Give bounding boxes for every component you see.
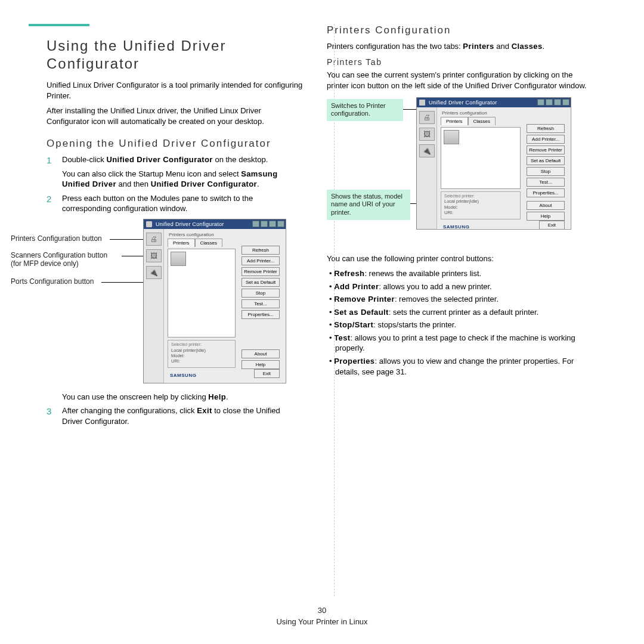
printer-icon[interactable] bbox=[444, 130, 459, 144]
tab-classes[interactable]: Classes bbox=[195, 239, 222, 247]
app-window-right: Unified Driver Configurator 🖨 🖼 🔌 Printe… bbox=[416, 97, 571, 230]
step-number-3: 3 bbox=[47, 405, 55, 426]
tab-printers[interactable]: Printers bbox=[168, 239, 195, 247]
section-title: Using the Unified Driver Configurator bbox=[47, 37, 303, 73]
test-button[interactable]: Test... bbox=[527, 178, 565, 187]
printers-tab-heading: Printers Tab bbox=[327, 57, 595, 67]
set-default-button[interactable]: Set as Default bbox=[242, 278, 280, 287]
selected-printer-panel: Selected printer: Local printer(idle) Mo… bbox=[168, 340, 236, 368]
about-button[interactable]: About bbox=[527, 201, 565, 210]
app-window-left: Unified Driver Configurator 🖨 🖼 🔌 Printe… bbox=[143, 219, 286, 383]
printers-tab-intro: You can see the current system's printer… bbox=[327, 70, 595, 91]
page-footer: 30 Using Your Printer in Linux bbox=[0, 606, 644, 626]
selected-printer-panel: Selected printer: Local printer(idle) Mo… bbox=[441, 191, 521, 219]
ports-module-icon[interactable]: 🔌 bbox=[146, 266, 162, 279]
help-note: You can use the onscreen help by clickin… bbox=[62, 392, 303, 402]
brand-logo: SAMSUNG bbox=[170, 373, 196, 378]
remove-printer-button[interactable]: Remove Printer bbox=[242, 267, 280, 276]
printer-module-icon[interactable]: 🖨 bbox=[419, 111, 435, 124]
refresh-button[interactable]: Refresh bbox=[242, 246, 280, 255]
app-titlebar-r: Unified Driver Configurator bbox=[417, 98, 571, 107]
step-1-text: Double-click Unified Driver Configurator… bbox=[62, 154, 303, 190]
properties-button[interactable]: Properties... bbox=[242, 310, 280, 319]
intro-paragraph-1: Unified Linux Driver Configurator is a t… bbox=[47, 80, 303, 101]
printer-module-icon[interactable]: 🖨 bbox=[146, 233, 162, 246]
exit-button[interactable]: Exit bbox=[254, 369, 280, 378]
printer-listbox[interactable] bbox=[441, 127, 521, 189]
modules-pane: 🖨 🖼 🔌 bbox=[144, 229, 164, 383]
printer-listbox[interactable] bbox=[168, 249, 236, 338]
refresh-button[interactable]: Refresh bbox=[527, 124, 565, 133]
group-label: Printers configuration bbox=[169, 232, 282, 237]
app-titlebar: Unified Driver Configurator bbox=[144, 219, 286, 229]
callout-shows-status: Shows the status, model name and URI of … bbox=[327, 190, 410, 220]
step-number-2: 2 bbox=[47, 193, 55, 214]
scanner-module-icon[interactable]: 🖼 bbox=[419, 128, 435, 141]
modules-pane-r: 🖨 🖼 🔌 bbox=[417, 107, 437, 229]
callout-switch-printer: Switches to Printer configuration. bbox=[327, 99, 403, 122]
stop-button[interactable]: Stop bbox=[242, 289, 280, 298]
add-printer-button[interactable]: Add Printer... bbox=[527, 135, 565, 144]
annotation-scanners-btn: Scanners Configuration button(for MFP de… bbox=[11, 251, 124, 268]
test-button[interactable]: Test... bbox=[242, 299, 280, 308]
remove-printer-button[interactable]: Remove Printer bbox=[527, 145, 565, 154]
intro-paragraph-2: After installing the Unified Linux drive… bbox=[47, 106, 303, 126]
tab-printers[interactable]: Printers bbox=[441, 117, 468, 125]
tab-classes[interactable]: Classes bbox=[468, 117, 496, 125]
chapter-title: Using Your Printer in Linux bbox=[276, 617, 367, 626]
set-default-button[interactable]: Set as Default bbox=[527, 156, 565, 165]
page-number: 30 bbox=[0, 606, 644, 615]
stop-button[interactable]: Stop bbox=[527, 167, 565, 176]
exit-button[interactable]: Exit bbox=[539, 221, 565, 230]
add-printer-button[interactable]: Add Printer... bbox=[242, 256, 280, 265]
subsection-title-printers-config: Printers Configuration bbox=[327, 24, 595, 38]
printer-icon[interactable] bbox=[171, 252, 186, 266]
steps-list: 1 Double-click Unified Driver Configurat… bbox=[47, 154, 303, 214]
control-buttons-intro: You can use the following printer contro… bbox=[327, 253, 595, 264]
help-button[interactable]: Help bbox=[527, 212, 565, 221]
figure-left: Printers Configuration button Scanners C… bbox=[11, 219, 303, 386]
control-buttons-list: Refresh: renews the available printers l… bbox=[327, 268, 595, 377]
brand-logo: SAMSUNG bbox=[443, 224, 469, 230]
subsection-title-opening: Opening the Unified Driver Configurator bbox=[47, 137, 303, 151]
section-accent-bar bbox=[29, 24, 89, 26]
help-button[interactable]: Help bbox=[242, 360, 280, 369]
properties-button[interactable]: Properties... bbox=[527, 188, 565, 197]
step-number-1: 1 bbox=[47, 154, 55, 190]
ports-module-icon[interactable]: 🔌 bbox=[419, 144, 435, 157]
step-3-text: After changing the configurations, click… bbox=[62, 405, 303, 426]
step-2-text: Press each button on the Modules pane to… bbox=[62, 193, 303, 214]
annotation-printers-btn: Printers Configuration button bbox=[11, 234, 124, 243]
figure-right: Switches to Printer configuration. Shows… bbox=[327, 97, 595, 246]
about-button[interactable]: About bbox=[242, 349, 280, 358]
printers-config-intro: Printers configuration has the two tabs:… bbox=[327, 41, 595, 52]
scanner-module-icon[interactable]: 🖼 bbox=[146, 249, 162, 262]
